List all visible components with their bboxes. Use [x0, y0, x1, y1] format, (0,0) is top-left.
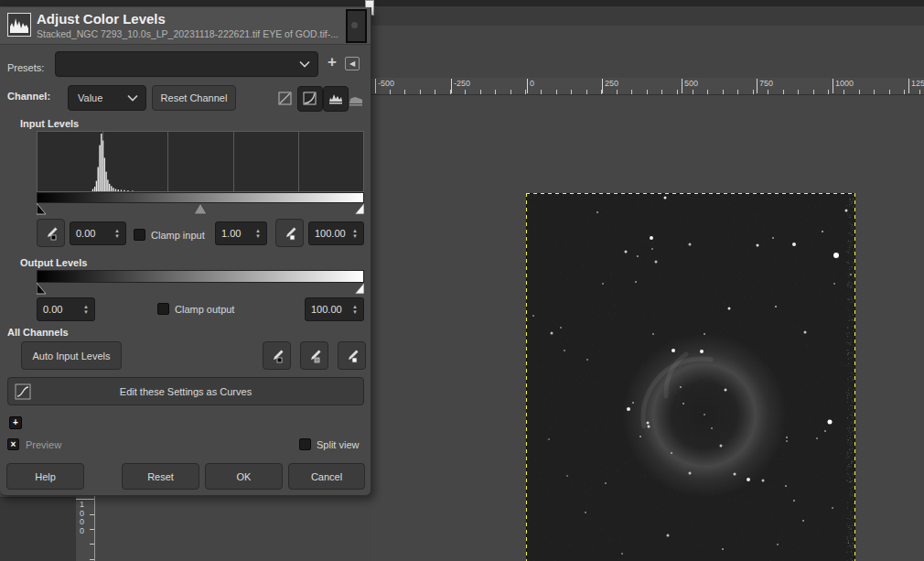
gamma-slider[interactable]: [194, 203, 207, 214]
split-view-checkbox[interactable]: [299, 438, 311, 450]
reset-channel-button[interactable]: Reset Channel: [152, 85, 236, 111]
linear-light-icon[interactable]: [278, 92, 292, 107]
chevron-down-icon: [299, 60, 310, 68]
ruler-tick-label: 750: [757, 79, 773, 93]
blending-options-expander[interactable]: +: [9, 416, 22, 429]
tool-band: [371, 26, 924, 78]
spin-arrows[interactable]: ▲▼: [252, 229, 266, 239]
pick-all-white-button[interactable]: [338, 341, 366, 370]
ruler-tick-label: 1000: [833, 79, 854, 93]
spin-arrows[interactable]: ▲▼: [111, 229, 125, 239]
add-preset-button[interactable]: +: [324, 54, 340, 70]
chevron-down-icon: [127, 94, 138, 102]
top-strip: [0, 0, 924, 6]
spin-arrows[interactable]: ▲▼: [349, 305, 363, 315]
ruler-tick-label: 250: [602, 79, 618, 93]
eyedropper-black-icon: [270, 349, 285, 363]
input-high-value: 100.00: [309, 228, 349, 239]
levels-histogram-icon: [7, 13, 31, 37]
black-point-slider[interactable]: [37, 203, 46, 214]
layer-boundary-top: [526, 193, 855, 194]
layer-boundary-right: [854, 193, 855, 561]
histogram-log-icon[interactable]: [349, 94, 363, 108]
input-sliders-track[interactable]: [37, 203, 364, 215]
eyedropper-white-icon: [283, 226, 297, 241]
all-channels-heading: All Channels: [7, 327, 69, 338]
split-view-label: Split view: [317, 439, 359, 450]
layer-boundary-left: [526, 193, 527, 561]
pick-all-gray-button[interactable]: [300, 341, 328, 370]
horizontal-ruler[interactable]: -500-25002505007501000125: [371, 78, 924, 95]
ruler-label-1000: 1 0 0 0: [80, 501, 88, 535]
perceptual-light-button[interactable]: [297, 86, 323, 112]
spin-arrows[interactable]: ▲▼: [349, 229, 363, 239]
channel-label: Channel:: [7, 91, 50, 102]
presets-dropdown[interactable]: [55, 51, 318, 77]
cancel-button[interactable]: Cancel: [288, 463, 365, 490]
input-low-value: 0.00: [70, 228, 111, 239]
eyedropper-gray-icon: [307, 349, 322, 363]
auto-input-levels-button[interactable]: Auto Input Levels: [21, 341, 122, 370]
ruler-tick-label: -250: [451, 79, 470, 93]
output-high-spinbox[interactable]: 100.00 ▲▼: [305, 297, 364, 321]
perceptual-curve-icon: [303, 92, 317, 105]
preview-checkbox[interactable]: ×: [7, 438, 19, 450]
dock-panel-fragment: [0, 497, 76, 561]
preview-label: Preview: [26, 439, 61, 450]
dialog-title: Adjust Color Levels: [37, 11, 166, 27]
edit-as-curves-button[interactable]: Edit these Settings as Curves: [7, 377, 364, 405]
spin-arrows[interactable]: ▲▼: [80, 305, 94, 315]
ruler-tick-label: -500: [375, 79, 394, 93]
channel-dropdown-value: Value: [78, 92, 102, 103]
ruler-tick-label: 0: [527, 79, 534, 93]
histogram-linear-icon: [328, 92, 343, 104]
nebula-image: [526, 193, 855, 561]
channel-dropdown[interactable]: Value: [68, 85, 146, 111]
output-low-value: 0.00: [38, 304, 80, 315]
output-sliders-track[interactable]: [37, 283, 364, 295]
reset-button[interactable]: Reset: [122, 463, 199, 490]
vertical-ruler[interactable]: 1 0 0 0: [76, 495, 95, 561]
clamp-input-label: Clamp input: [151, 230, 205, 241]
input-high-spinbox[interactable]: 100.00 ▲▼: [308, 221, 364, 245]
output-high-value: 100.00: [306, 304, 349, 315]
clamp-input-checkbox[interactable]: [134, 229, 145, 241]
presets-label: Presets:: [7, 62, 44, 73]
pick-all-black-button[interactable]: [263, 341, 291, 370]
presets-menu-icon[interactable]: ◀: [345, 57, 360, 70]
menu-band: [371, 6, 924, 26]
input-gamma-value: 1.00: [216, 228, 252, 239]
dialog-subtitle: Stacked_NGC 7293_10.0s_LP_20231118-22262…: [37, 28, 338, 39]
histogram-linear-button[interactable]: [323, 86, 349, 112]
help-button[interactable]: Help: [6, 463, 84, 490]
output-black-slider[interactable]: [37, 283, 46, 294]
pick-white-point-button[interactable]: [275, 219, 304, 247]
eyedropper-black-icon: [44, 226, 59, 241]
output-low-spinbox[interactable]: 0.00 ▲▼: [37, 297, 95, 321]
ruler-minor-ticks: [90, 500, 94, 561]
input-gamma-spinbox[interactable]: 1.00 ▲▼: [215, 221, 267, 245]
edit-as-curves-label: Edit these Settings as Curves: [120, 386, 252, 397]
white-point-slider[interactable]: [355, 203, 364, 214]
levels-histogram[interactable]: [37, 131, 364, 192]
output-levels-heading: Output Levels: [20, 257, 87, 268]
clamp-output-checkbox[interactable]: [157, 303, 169, 315]
image-thumbnail: [346, 9, 367, 43]
ok-button[interactable]: OK: [205, 463, 283, 490]
image-layer[interactable]: [526, 193, 855, 561]
ruler-tick-label: 500: [682, 79, 698, 93]
output-gradient-bar: [37, 270, 364, 283]
input-gradient-bar: [37, 192, 364, 203]
pick-black-point-button[interactable]: [37, 219, 65, 247]
clamp-output-label: Clamp output: [175, 304, 234, 315]
dialog-header[interactable]: Adjust Color Levels Stacked_NGC 7293_10.…: [0, 7, 371, 45]
adjust-color-levels-dialog: Adjust Color Levels Stacked_NGC 7293_10.…: [0, 7, 371, 496]
ruler-tick-label: 125: [908, 79, 924, 93]
gimp-window: -500-25002505007501000125 1 0 0 0 Adjust…: [0, 0, 924, 561]
output-white-slider[interactable]: [355, 283, 364, 294]
input-low-spinbox[interactable]: 0.00 ▲▼: [70, 221, 126, 245]
eyedropper-white-icon: [345, 349, 360, 363]
input-levels-heading: Input Levels: [20, 118, 79, 129]
curves-icon: [15, 383, 31, 400]
